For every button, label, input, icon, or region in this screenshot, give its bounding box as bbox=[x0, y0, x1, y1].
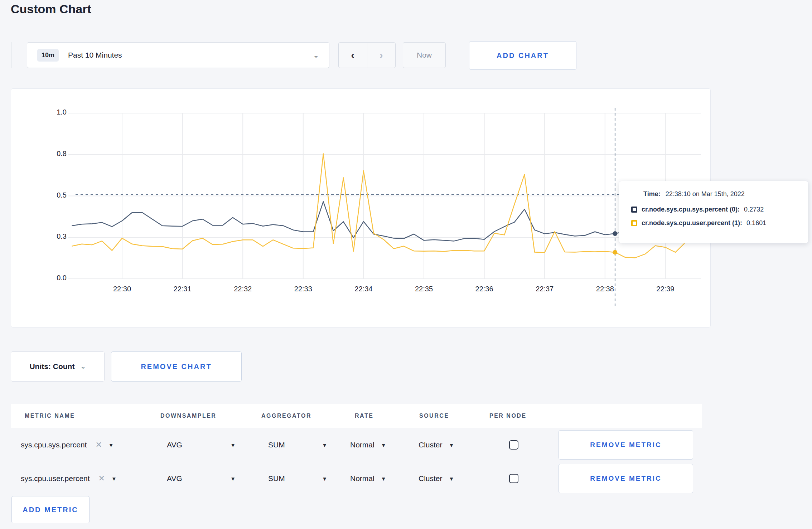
x-axis-tick-label: 22:30 bbox=[104, 285, 140, 293]
now-button[interactable]: Now bbox=[403, 42, 446, 68]
previous-range-button[interactable]: ‹ bbox=[339, 43, 367, 68]
col-header-source: SOURCE bbox=[419, 413, 449, 419]
x-axis-tick-label: 22:32 bbox=[225, 285, 261, 293]
downsampler-select[interactable]: AVG ▼ bbox=[167, 441, 236, 449]
time-pager: ‹ › bbox=[338, 42, 396, 68]
series-line-sys bbox=[72, 202, 696, 241]
aggregator-select[interactable]: SUM ▼ bbox=[268, 441, 327, 449]
series-line-user bbox=[72, 154, 696, 258]
source-value: Cluster bbox=[419, 474, 443, 483]
tooltip-series-value: 0.1601 bbox=[746, 219, 766, 227]
caret-down-icon: ▼ bbox=[449, 442, 454, 448]
remove-metric-button[interactable]: REMOVE METRIC bbox=[559, 464, 693, 493]
per-node-checkbox[interactable] bbox=[509, 474, 518, 483]
caret-down-icon: ▼ bbox=[322, 476, 327, 482]
x-axis-tick-label: 22:34 bbox=[345, 285, 381, 293]
time-range-label: Past 10 Minutes bbox=[68, 51, 122, 59]
aggregator-value: SUM bbox=[268, 441, 285, 449]
table-row: sys.cpu.user.percent ✕ ▼ AVG ▼ SUM ▼ Nor… bbox=[11, 462, 702, 495]
source-select[interactable]: Cluster ▼ bbox=[419, 441, 454, 449]
per-node-cell bbox=[509, 474, 518, 483]
caret-down-icon: ▼ bbox=[111, 476, 117, 482]
x-axis-tick-label: 22:37 bbox=[527, 285, 562, 293]
add-chart-button[interactable]: ADD CHART bbox=[469, 41, 576, 70]
metrics-table-header: METRIC NAME DOWNSAMPLER AGGREGATOR RATE … bbox=[11, 404, 702, 428]
rate-select[interactable]: Normal ▼ bbox=[350, 441, 386, 449]
caret-down-icon: ▼ bbox=[230, 476, 236, 482]
caret-down-icon: ▼ bbox=[449, 476, 454, 482]
tooltip-series-name: cr.node.sys.cpu.user.percent (1): bbox=[642, 219, 742, 227]
tooltip-series-name: cr.node.sys.cpu.sys.percent (0): bbox=[642, 206, 740, 213]
time-range-badge: 10m bbox=[37, 49, 59, 62]
metric-name-dropdown[interactable]: sys.cpu.user.percent ✕ ▼ bbox=[21, 474, 117, 483]
y-axis-tick-label: 0.5 bbox=[36, 191, 67, 199]
source-select[interactable]: Cluster ▼ bbox=[419, 474, 454, 483]
chevron-down-icon: ⌄ bbox=[80, 363, 86, 370]
hover-marker-user bbox=[613, 250, 617, 254]
col-header-per-node: PER NODE bbox=[489, 413, 527, 419]
col-header-metric-name: METRIC NAME bbox=[25, 413, 75, 419]
caret-down-icon: ▼ bbox=[230, 442, 236, 448]
x-axis-tick-label: 22:35 bbox=[406, 285, 442, 293]
per-node-cell bbox=[509, 440, 518, 450]
remove-chart-button[interactable]: REMOVE CHART bbox=[111, 351, 242, 382]
tooltip-time-value: 22:38:10 on Mar 15th, 2022 bbox=[666, 190, 745, 198]
caret-down-icon: ▼ bbox=[381, 476, 386, 482]
metric-name-dropdown[interactable]: sys.cpu.sys.percent ✕ ▼ bbox=[21, 440, 114, 450]
user-series-legend-icon bbox=[631, 220, 637, 226]
units-label: Units: Count bbox=[29, 362, 74, 371]
aggregator-select[interactable]: SUM ▼ bbox=[268, 474, 327, 483]
y-axis-tick-label: 1.0 bbox=[36, 108, 67, 116]
rate-value: Normal bbox=[350, 441, 374, 449]
caret-down-icon: ▼ bbox=[322, 442, 327, 448]
col-header-aggregator: AGGREGATOR bbox=[261, 413, 311, 419]
chart-card: 0.00.30.50.81.022:3022:3122:3222:3322:34… bbox=[11, 88, 711, 327]
x-axis-tick-label: 22:39 bbox=[647, 285, 683, 293]
page-title: Custom Chart bbox=[11, 2, 91, 16]
y-axis-tick-label: 0.0 bbox=[36, 274, 67, 282]
x-axis-tick-label: 22:36 bbox=[467, 285, 502, 293]
rate-value: Normal bbox=[350, 474, 374, 483]
x-axis-tick-label: 22:33 bbox=[285, 285, 321, 293]
caret-down-icon: ▼ bbox=[381, 442, 386, 448]
chart-hover-tooltip: Time:22:38:10 on Mar 15th, 2022 cr.node.… bbox=[619, 181, 808, 243]
hover-marker-sys bbox=[613, 231, 617, 236]
caret-down-icon: ▼ bbox=[108, 442, 114, 448]
col-header-rate: RATE bbox=[355, 413, 373, 419]
tooltip-time-label: Time: bbox=[643, 190, 661, 198]
aggregator-value: SUM bbox=[268, 474, 285, 483]
per-node-checkbox[interactable] bbox=[509, 440, 518, 450]
tooltip-series-value: 0.2732 bbox=[744, 206, 764, 213]
col-header-downsampler: DOWNSAMPLER bbox=[160, 413, 216, 419]
add-metric-button[interactable]: ADD METRIC bbox=[11, 496, 90, 523]
toolbar-divider bbox=[11, 42, 11, 68]
table-row: sys.cpu.sys.percent ✕ ▼ AVG ▼ SUM ▼ Norm… bbox=[11, 428, 702, 462]
units-dropdown[interactable]: Units: Count ⌄ bbox=[11, 351, 105, 382]
downsampler-value: AVG bbox=[167, 441, 182, 449]
remove-metric-button[interactable]: REMOVE METRIC bbox=[559, 430, 693, 460]
next-range-button[interactable]: › bbox=[367, 43, 396, 68]
clear-metric-icon[interactable]: ✕ bbox=[95, 440, 102, 450]
metric-name-label: sys.cpu.sys.percent bbox=[21, 441, 87, 449]
chevron-down-icon: ⌄ bbox=[313, 51, 319, 59]
downsampler-value: AVG bbox=[167, 474, 182, 483]
time-range-dropdown[interactable]: 10m Past 10 Minutes ⌄ bbox=[27, 42, 329, 68]
sys-series-legend-icon bbox=[631, 207, 637, 213]
y-axis-tick-label: 0.8 bbox=[36, 150, 67, 158]
clear-metric-icon[interactable]: ✕ bbox=[98, 474, 105, 483]
x-axis-tick-label: 22:31 bbox=[165, 285, 200, 293]
metric-name-label: sys.cpu.user.percent bbox=[21, 474, 90, 483]
source-value: Cluster bbox=[419, 441, 443, 449]
y-axis-tick-label: 0.3 bbox=[36, 232, 67, 241]
x-axis-tick-label: 22:38 bbox=[587, 285, 623, 293]
downsampler-select[interactable]: AVG ▼ bbox=[167, 474, 236, 483]
rate-select[interactable]: Normal ▼ bbox=[350, 474, 386, 483]
